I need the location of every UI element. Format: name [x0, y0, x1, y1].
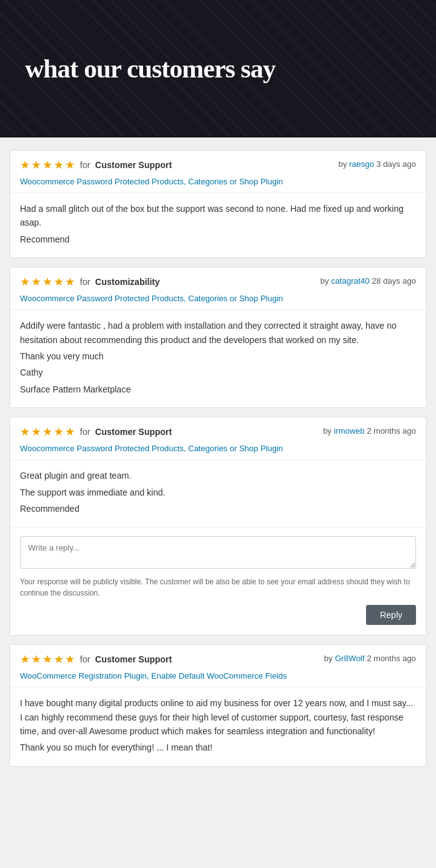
hero-section: what our customers say [0, 0, 436, 137]
star-icon: ★ [20, 652, 30, 666]
review-type: Customer Support [95, 427, 172, 437]
star-icon: ★ [31, 652, 41, 666]
reviewer-link[interactable]: Gr8Wolf [335, 654, 364, 663]
star-icon: ★ [20, 275, 30, 289]
review-text: Cathy [20, 366, 416, 379]
review-text: Recommended [20, 502, 416, 516]
review-type: Customer Support [95, 160, 172, 170]
review-meta: by Gr8Wolf 2 months ago [324, 652, 416, 663]
star-icon: ★ [31, 158, 41, 172]
review-text: Great plugin and great team. [20, 469, 416, 482]
star-rating: ★★★★★ [20, 158, 75, 172]
review-header-left: ★★★★★ for Customizability [20, 275, 160, 289]
star-icon: ★ [54, 275, 64, 289]
review-text: Thank you so much for everything! ... I … [20, 741, 416, 754]
star-icon: ★ [31, 275, 41, 289]
star-icon: ★ [54, 652, 64, 666]
star-icon: ★ [65, 425, 75, 439]
for-label: for [80, 427, 90, 437]
star-icon: ★ [54, 158, 64, 172]
review-text: Surface Pattern Marketplace [20, 382, 416, 396]
reviews-container: ★★★★★ for Customer Support by raesgo 3 d… [0, 137, 436, 779]
review-text: Addify were fantastic , had a problem wi… [20, 319, 416, 347]
star-icon: ★ [42, 275, 52, 289]
reply-textarea[interactable] [20, 536, 416, 569]
star-icon: ★ [20, 158, 30, 172]
reply-section: Your response will be publicly visible. … [10, 527, 426, 635]
review-header: ★★★★★ for Customizability by catagrat40 … [10, 267, 426, 294]
review-body: Addify were fantastic , had a problem wi… [10, 309, 426, 407]
plugin-link[interactable]: Woocommerce Password Protected Products,… [10, 177, 426, 192]
plugin-link[interactable]: Woocommerce Password Protected Products,… [10, 444, 426, 459]
reviewer-link[interactable]: raesgo [349, 159, 374, 169]
review-card-4: ★★★★★ for Customer Support by Gr8Wolf 2 … [9, 644, 427, 767]
star-icon: ★ [54, 425, 64, 439]
star-icon: ★ [65, 652, 75, 666]
plugin-link[interactable]: WooCommerce Registration Plugin, Enable … [10, 671, 426, 687]
review-meta: by raesgo 3 days ago [339, 158, 416, 169]
star-icon: ★ [65, 158, 75, 172]
for-label: for [80, 654, 90, 664]
review-body: Had a small glitch out of the box but th… [10, 192, 426, 257]
review-meta: by irmoweb 2 months ago [323, 425, 416, 436]
reply-btn-row: Reply [20, 605, 416, 625]
review-header: ★★★★★ for Customer Support by irmoweb 2 … [10, 417, 426, 444]
reply-button[interactable]: Reply [366, 605, 416, 625]
star-icon: ★ [42, 652, 52, 666]
star-rating: ★★★★★ [20, 425, 75, 439]
review-body: Great plugin and great team.The support … [10, 459, 426, 527]
star-icon: ★ [31, 425, 41, 439]
star-rating: ★★★★★ [20, 652, 75, 666]
review-card-2: ★★★★★ for Customizability by catagrat40 … [9, 267, 427, 408]
for-label: for [80, 277, 90, 287]
review-header-left: ★★★★★ for Customer Support [20, 652, 172, 666]
review-header: ★★★★★ for Customer Support by raesgo 3 d… [10, 151, 426, 177]
reviewer-link[interactable]: catagrat40 [331, 276, 369, 286]
review-body: I have bought many digital products onli… [10, 687, 426, 766]
review-header-left: ★★★★★ for Customer Support [20, 425, 172, 439]
hero-title: what our customers say [25, 54, 275, 83]
review-text: Recommend [20, 232, 416, 246]
star-icon: ★ [42, 425, 52, 439]
review-text: Had a small glitch out of the box but th… [20, 202, 416, 230]
reviewer-link[interactable]: irmoweb [334, 426, 364, 436]
review-header: ★★★★★ for Customer Support by Gr8Wolf 2 … [10, 645, 426, 671]
review-type: Customizability [95, 277, 159, 287]
review-card-1: ★★★★★ for Customer Support by raesgo 3 d… [9, 150, 427, 258]
reply-notice: Your response will be publicly visible. … [20, 576, 416, 599]
star-icon: ★ [20, 425, 30, 439]
review-text: Thank you very much [20, 349, 416, 363]
review-text: I have bought many digital products onli… [20, 696, 416, 738]
star-icon: ★ [65, 275, 75, 289]
review-header-left: ★★★★★ for Customer Support [20, 158, 172, 172]
review-card-3: ★★★★★ for Customer Support by irmoweb 2 … [9, 417, 427, 636]
star-rating: ★★★★★ [20, 275, 75, 289]
review-meta: by catagrat40 28 days ago [320, 275, 416, 286]
for-label: for [80, 160, 90, 170]
review-type: Customer Support [95, 654, 172, 664]
plugin-link[interactable]: Woocommerce Password Protected Products,… [10, 294, 426, 309]
review-text: The support was immediate and kind. [20, 486, 416, 499]
star-icon: ★ [42, 158, 52, 172]
